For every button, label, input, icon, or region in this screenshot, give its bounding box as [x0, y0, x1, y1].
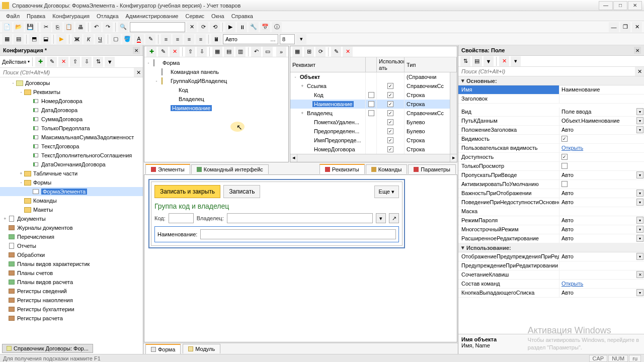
- req-t2-icon[interactable]: ⟳: [315, 47, 326, 57]
- t1-icon[interactable]: ▦: [2, 34, 12, 44]
- panel-close-icon[interactable]: ✕: [133, 47, 140, 54]
- prop-row[interactable]: ПутьКДаннымОбъект.Наименование▾: [458, 117, 644, 126]
- req-row[interactable]: Предопределен...✓Булево: [290, 127, 457, 136]
- req-row[interactable]: Наименование✓Строка: [290, 100, 457, 109]
- tab-commands[interactable]: Команды: [366, 164, 408, 174]
- tool-icon[interactable]: 🔧: [249, 22, 259, 32]
- tab-elements[interactable]: Элементы: [145, 164, 190, 174]
- prop-row[interactable]: АктивизироватьПоУмолчанию: [458, 180, 644, 189]
- t4-icon[interactable]: ⬓: [41, 34, 51, 44]
- form-tree[interactable]: -ФормаКомандная панель-ГруппаКодИВладеле…: [144, 57, 288, 162]
- debug2-icon[interactable]: ⏸: [237, 22, 247, 32]
- t3-icon[interactable]: ⬒: [29, 34, 39, 44]
- fill-icon[interactable]: 🪣: [122, 34, 132, 44]
- prop-row[interactable]: ПоведениеПриНедоступностиОсновноАвто▾: [458, 198, 644, 207]
- maximize-button[interactable]: □: [613, 1, 627, 10]
- mdi-close-icon[interactable]: ✕: [632, 22, 642, 32]
- tree-item[interactable]: НомерДоговора: [0, 97, 143, 106]
- req-row[interactable]: Код✓Строка: [290, 90, 457, 100]
- info-icon[interactable]: ⓘ: [272, 22, 282, 32]
- req-col-type[interactable]: Тип: [405, 57, 457, 72]
- search-combo[interactable]: [130, 22, 185, 32]
- props-search-input[interactable]: [458, 67, 635, 76]
- form-tree-item[interactable]: -Форма: [145, 58, 287, 67]
- fe-edit-icon[interactable]: ✎: [158, 47, 168, 57]
- prop-row[interactable]: Доступность✓: [458, 153, 644, 162]
- tree-item[interactable]: ДатаДоговора: [0, 106, 143, 115]
- tree-item[interactable]: Регистры сведений: [0, 287, 143, 296]
- tree-item[interactable]: Перечисления: [0, 232, 143, 241]
- config-search-input[interactable]: [0, 68, 134, 77]
- props-grid[interactable]: ▾Основные:ИмяНаименованиеЗаголовокВидПол…: [458, 76, 644, 334]
- run-icon[interactable]: ▶: [56, 34, 66, 44]
- actions-label[interactable]: Действия: [2, 59, 26, 65]
- form-tree-item[interactable]: Командная панель: [145, 67, 287, 76]
- bold-icon[interactable]: Ж: [72, 34, 82, 44]
- save-close-button[interactable]: Записать и закрыть: [154, 185, 220, 198]
- code-input[interactable]: [169, 213, 194, 223]
- req-col-use[interactable]: Использов ать: [377, 57, 405, 72]
- tab-cmd-interface[interactable]: Командный интерфейс: [191, 164, 269, 174]
- tree-item[interactable]: -Договоры: [0, 78, 143, 87]
- req-row[interactable]: + Ссылка✓СправочникСс: [290, 81, 457, 90]
- tab-module[interactable]: Модуль: [183, 344, 220, 353]
- cut-icon[interactable]: ✂: [41, 22, 51, 32]
- prop-row[interactable]: Пользовательская видимостьОткрыть: [458, 144, 644, 153]
- tree-item[interactable]: Планы счетов: [0, 268, 143, 278]
- menu-config[interactable]: Конфигурация: [49, 12, 93, 21]
- prop-row[interactable]: Видимость✓: [458, 135, 644, 144]
- tree-item[interactable]: ТекстДоговора: [0, 142, 143, 151]
- menu-service[interactable]: Сервис: [182, 12, 207, 21]
- align-c-icon[interactable]: ≡: [173, 34, 183, 44]
- name-input[interactable]: [200, 229, 396, 239]
- add-icon[interactable]: ✚: [35, 57, 45, 67]
- align-l-icon[interactable]: ≡: [161, 34, 171, 44]
- menu-help[interactable]: Справка: [228, 12, 256, 21]
- mdi-max-icon[interactable]: ❐: [620, 22, 630, 32]
- prop-row[interactable]: ТолькоПросмотр: [458, 162, 644, 171]
- tree-item[interactable]: ДатаОкончанияДоговора: [0, 160, 143, 169]
- fe-t3-icon[interactable]: ▥: [235, 47, 246, 57]
- new-icon[interactable]: 📄: [2, 22, 12, 32]
- italic-icon[interactable]: К: [84, 34, 94, 44]
- prop-row[interactable]: КнопкаВыпадающегоСпискаАвто▾: [458, 289, 644, 298]
- calc-icon[interactable]: 🖩: [211, 34, 221, 44]
- tree-item[interactable]: -Реквизиты: [0, 87, 143, 97]
- refresh-icon[interactable]: ⟳: [198, 22, 208, 32]
- size-combo[interactable]: 8: [280, 34, 295, 44]
- tree-item[interactable]: ТолькоПредоплата: [0, 124, 143, 133]
- up-icon[interactable]: ⇧: [70, 57, 80, 67]
- prop-row[interactable]: ПропускатьПриВводеАвто▾: [458, 171, 644, 180]
- p-filter-icon[interactable]: ▼: [484, 56, 494, 66]
- prop-row[interactable]: СочетаниеКлавиш✕: [458, 270, 644, 280]
- tree-item[interactable]: Отчеты: [0, 241, 143, 250]
- align-j-icon[interactable]: ≡: [196, 34, 206, 44]
- prop-row[interactable]: МногострочныйРежимАвто▾: [458, 225, 644, 234]
- prop-row[interactable]: ИмяНаименование: [458, 85, 644, 95]
- t2-icon[interactable]: ▤: [14, 34, 24, 44]
- dd-icon[interactable]: ▾: [296, 34, 306, 44]
- props-close-icon[interactable]: ✕: [634, 47, 641, 54]
- tree-item[interactable]: Обработки: [0, 250, 143, 259]
- highlight-icon[interactable]: ✎: [145, 34, 155, 44]
- debug-icon[interactable]: ▶: [225, 22, 235, 32]
- owner-input[interactable]: [227, 213, 373, 223]
- fe-down-icon[interactable]: ⇩: [197, 47, 207, 57]
- del-icon[interactable]: ✕: [58, 57, 68, 67]
- fe-t1-icon[interactable]: ▦: [212, 47, 222, 57]
- open-icon[interactable]: 📂: [14, 22, 24, 32]
- edit-icon[interactable]: ✎: [47, 57, 57, 67]
- req-del-icon[interactable]: ✕: [343, 47, 353, 57]
- calendar-icon[interactable]: 📅: [260, 22, 270, 32]
- req-t1-icon[interactable]: ▦: [292, 47, 302, 57]
- font-combo[interactable]: Авто…: [223, 34, 278, 44]
- prop-row[interactable]: Состав командОткрыть: [458, 280, 644, 289]
- prop-row[interactable]: ОтображениеПредупрежденияПриРедакАвто▾: [458, 252, 644, 261]
- prop-row[interactable]: РасширенноеРедактированиеАвто▾: [458, 234, 644, 243]
- req-row[interactable]: НомерДоговора✓Строка: [290, 145, 457, 154]
- taskbar-tab[interactable]: Справочник Договоры: Фор...: [2, 344, 93, 353]
- tree-item[interactable]: МаксимальнаяСуммаЗадолженност: [0, 133, 143, 142]
- sort-icon[interactable]: ⇅: [93, 57, 103, 67]
- p-sort-icon[interactable]: ⇅: [460, 56, 470, 66]
- tree-item[interactable]: Журналы документов: [0, 223, 143, 232]
